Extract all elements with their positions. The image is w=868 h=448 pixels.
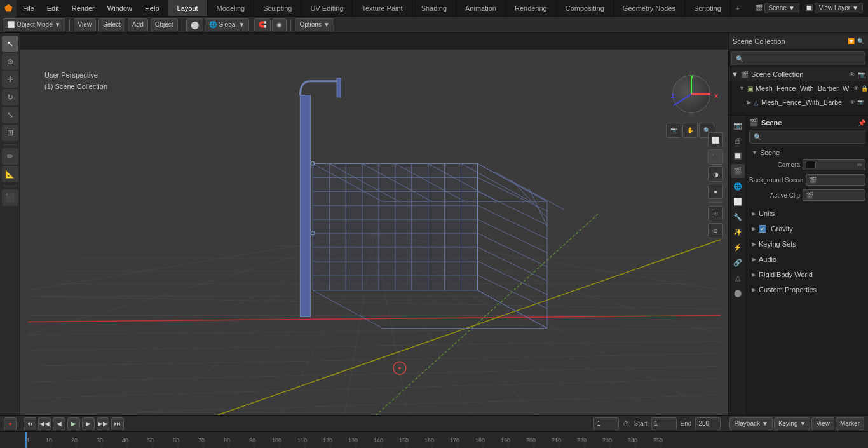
tool-transform[interactable]: ⊞ xyxy=(2,125,18,141)
tool-measure[interactable]: 📐 xyxy=(2,166,18,182)
audio-header[interactable]: ▶ Audio xyxy=(749,254,865,264)
menu-file[interactable]: File xyxy=(17,0,41,16)
outliner-item-fence-mesh[interactable]: ▶ △ Mesh_Fence_With_Barbe 👁 📷 xyxy=(729,95,868,109)
tl-step-next[interactable]: ▶ xyxy=(82,417,95,430)
tool-annotate[interactable]: ✏ xyxy=(2,148,18,165)
menu-edit[interactable]: Edit xyxy=(41,0,65,16)
timeline-record-btn[interactable]: ● xyxy=(4,417,17,430)
view-menu-tl-btn[interactable]: View xyxy=(811,417,834,430)
camera-edit-btn[interactable]: ✏ xyxy=(857,161,862,168)
playback-menu-btn[interactable]: Playback ▼ xyxy=(729,417,772,430)
background-scene-input[interactable]: 🎬 xyxy=(806,174,865,186)
outliner-search-bar[interactable]: 🔍 xyxy=(731,51,865,65)
tab-uv-editing[interactable]: UV Editing xyxy=(301,0,353,16)
select-menu-btn[interactable]: Select xyxy=(98,18,125,31)
add-workspace-tab[interactable]: + xyxy=(731,0,745,16)
transform-pivot-btn[interactable]: ⬤ xyxy=(186,18,203,31)
camera-input[interactable]: ✏ xyxy=(803,159,865,170)
custom-props-header[interactable]: ▶ Custom Properties xyxy=(749,285,865,295)
fence-mesh-expand[interactable]: ▶ xyxy=(747,99,751,105)
start-frame-input[interactable] xyxy=(651,417,677,430)
active-clip-input[interactable]: 🎬 xyxy=(803,189,865,201)
units-header[interactable]: ▶ Units xyxy=(749,208,865,219)
tool-add-cube[interactable]: ⬛ xyxy=(2,189,18,206)
gravity-header[interactable]: ▶ Gravity xyxy=(749,224,865,234)
menu-help[interactable]: Help xyxy=(139,0,166,16)
timeline-ruler[interactable]: 1 10 20 30 40 50 60 70 80 90 100 110 120… xyxy=(0,432,868,448)
prop-data-btn[interactable]: △ xyxy=(731,271,745,285)
tl-step-prev[interactable]: ◀ xyxy=(53,417,65,430)
navigation-gizmo[interactable]: X Y Z 📷 ✋ 🔍 xyxy=(666,69,723,126)
prop-view-layer-btn[interactable]: 🔲 xyxy=(731,149,745,163)
rigid-body-header[interactable]: ▶ Rigid Body World xyxy=(749,269,865,280)
mode-select-btn[interactable]: ⬜ Object Mode ▼ xyxy=(3,18,65,31)
mesh-restrict-render[interactable]: 📷 xyxy=(857,99,864,105)
marker-menu-btn[interactable]: Marker xyxy=(836,417,864,430)
outliner-scene-collection[interactable]: ▼ 🎬 Scene Collection 👁 📷 xyxy=(729,67,868,81)
fence-collection-expand[interactable]: ▼ xyxy=(739,85,745,92)
nav-zoom-camera-btn[interactable]: 📷 xyxy=(666,123,681,138)
menu-window[interactable]: Window xyxy=(101,0,139,16)
prop-object-btn[interactable]: ⬜ xyxy=(731,194,745,208)
scene-selector[interactable]: Scene ▼ xyxy=(764,3,799,13)
outliner-search-icon[interactable]: 🔍 xyxy=(857,38,864,44)
prop-physics-btn[interactable]: ⚡ xyxy=(731,240,745,254)
view-menu-btn[interactable]: View xyxy=(74,18,97,31)
overlay-btn[interactable]: ⊞ xyxy=(708,206,723,221)
scene-collection-render-icon[interactable]: 📷 xyxy=(858,71,865,78)
shading-solid-btn[interactable]: ⬛ xyxy=(708,149,723,165)
transform-orientation-btn[interactable]: 🌐 Global ▼ xyxy=(205,18,250,31)
nav-gizmo-sphere[interactable]: X Y Z xyxy=(666,69,717,119)
snap-toggle-btn[interactable]: 🧲 xyxy=(254,18,271,31)
tab-layout[interactable]: Layout xyxy=(168,0,208,16)
3d-scene[interactable]: User Perspective (1) Scene Collection X … xyxy=(20,50,728,415)
tl-jump-prev-keyframe[interactable]: ◀◀ xyxy=(38,417,51,430)
tool-rotate[interactable]: ↻ xyxy=(2,89,18,105)
tab-animation[interactable]: Animation xyxy=(456,0,506,16)
tab-compositing[interactable]: Compositing xyxy=(557,0,614,16)
options-btn[interactable]: Options ▼ xyxy=(295,18,334,31)
gravity-checkbox[interactable] xyxy=(759,225,766,233)
object-menu-btn[interactable]: Object xyxy=(151,18,178,31)
shading-wireframe-btn[interactable]: ⬜ xyxy=(708,132,723,147)
fence-restrict-vis[interactable]: 👁 xyxy=(853,85,859,92)
prop-modifier-btn[interactable]: 🔧 xyxy=(731,210,745,224)
scene-collection-vis-icon[interactable]: 👁 xyxy=(849,71,855,78)
current-frame-input[interactable] xyxy=(593,417,619,430)
proportional-edit-btn[interactable]: ◉ xyxy=(272,18,287,31)
outliner-item-fence-collection[interactable]: ▼ ▣ Mesh_Fence_With_Barber_Wi 👁 🔒 📷 xyxy=(729,81,868,95)
menu-render[interactable]: Render xyxy=(65,0,101,16)
prop-world-btn[interactable]: 🌐 xyxy=(731,179,745,193)
scene-section-header[interactable]: ▼ Scene xyxy=(749,147,865,158)
props-pin-icon[interactable]: 📌 xyxy=(858,119,865,126)
tab-rendering[interactable]: Rendering xyxy=(506,0,557,16)
tab-modeling[interactable]: Modeling xyxy=(208,0,255,16)
tool-select[interactable]: ↖ xyxy=(2,36,18,52)
tl-jump-end[interactable]: ⏭ xyxy=(111,417,124,430)
tool-scale[interactable]: ⤡ xyxy=(2,107,18,123)
keying-sets-header[interactable]: ▶ Keying Sets xyxy=(749,239,865,249)
fence-restrict-sel[interactable]: 🔒 xyxy=(861,85,868,92)
prop-constraints-btn[interactable]: 🔗 xyxy=(731,255,745,269)
add-menu-btn[interactable]: Add xyxy=(128,18,148,31)
tl-jump-start[interactable]: ⏮ xyxy=(24,417,36,430)
gizmo-btn[interactable]: ⊕ xyxy=(708,223,723,238)
view-layer-selector[interactable]: View Layer ▼ xyxy=(815,3,863,13)
prop-particles-btn[interactable]: ✨ xyxy=(731,225,745,239)
keying-menu-btn[interactable]: Keying ▼ xyxy=(774,417,810,430)
prop-scene-btn[interactable]: 🎬 xyxy=(731,164,745,178)
tab-sculpting[interactable]: Sculpting xyxy=(254,0,301,16)
tab-shading[interactable]: Shading xyxy=(412,0,456,16)
tool-move[interactable]: ✛ xyxy=(2,71,18,88)
scene-collection-expand[interactable]: ▼ xyxy=(731,71,738,78)
prop-render-btn[interactable]: 📷 xyxy=(731,118,745,132)
shading-render-btn[interactable]: ● xyxy=(708,184,723,199)
properties-search[interactable]: 🔍 xyxy=(749,130,865,144)
blender-logo[interactable]: ⬟ xyxy=(0,0,17,17)
outliner-filter-icon[interactable]: 🔽 xyxy=(848,38,855,44)
tl-play[interactable]: ▶ xyxy=(67,417,80,430)
end-frame-input[interactable] xyxy=(695,417,721,430)
tl-jump-next-keyframe[interactable]: ▶▶ xyxy=(97,417,109,430)
shading-material-btn[interactable]: ◑ xyxy=(708,166,723,182)
prop-material-btn[interactable]: ⬤ xyxy=(731,286,745,300)
